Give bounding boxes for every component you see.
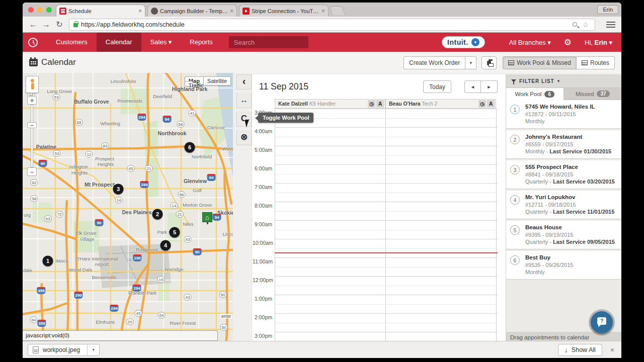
calendar-grid[interactable]: 3:00am4:00am5:00am6:00am7:00am8:00am9:00… (252, 109, 506, 341)
zoom-out-icon[interactable] (573, 22, 577, 27)
tab-missed[interactable]: Missed37 (564, 88, 622, 100)
window-minimize-button[interactable] (37, 7, 43, 13)
hour-row[interactable]: 9:00am (275, 220, 498, 239)
work-pool-item[interactable]: 3555 Prospect Place#8841 - 09/18/2015Qua… (506, 160, 621, 189)
zoom-slider-handle[interactable]: – (27, 122, 37, 128)
work-pool-item[interactable]: 4Mr. Yuri Lopukhov#12711 - 09/18/2015Qua… (506, 191, 621, 219)
item-frequency: Quarterly - Last Service 11/01/2015 (525, 209, 618, 215)
work-pool-item[interactable]: 2Johnny's Restaurant#6559 - 09/17/2015Mo… (506, 130, 621, 159)
work-pool-item[interactable]: 15745 We Howard, Niles IL#12872 - 09/11/… (506, 100, 621, 129)
work-pool-item[interactable]: 5Beaus House#9395 - 09/19/2015Quarterly … (506, 221, 621, 249)
show-all-downloads-button[interactable]: ↓ Show All (558, 344, 602, 356)
browser-tab[interactable]: Stripe Connection - YouTube× (239, 5, 329, 17)
hour-row[interactable]: 5:00am (275, 146, 498, 164)
clock-icon[interactable]: ◷ (368, 100, 375, 108)
previous-day-button[interactable]: ◄ (464, 80, 481, 93)
print-button[interactable] (481, 56, 497, 69)
tab-close-icon[interactable]: × (230, 8, 233, 15)
resize-columns-button[interactable]: ↔ (236, 93, 252, 108)
time-label: 2:00pm (253, 314, 272, 320)
refresh-icon[interactable]: ↻ (53, 20, 66, 29)
map-marker-1[interactable]: 1 (43, 256, 53, 266)
nav-item-reports[interactable]: Reports (181, 33, 222, 52)
road-shield: 294 (132, 285, 141, 292)
nav-item-sales[interactable]: Sales ▾ (141, 33, 181, 52)
browser-tab[interactable]: Campaign Builder - Template× (147, 5, 237, 17)
toggle-work-pool-button[interactable]: C (236, 112, 252, 127)
fieldwork-logo-icon[interactable] (28, 38, 38, 47)
hour-row[interactable]: 10:00am (275, 239, 498, 257)
help-chat-button[interactable]: ? (591, 311, 613, 333)
tab-close-icon[interactable]: × (138, 8, 142, 15)
nav-item-calendar[interactable]: Calendar (97, 33, 141, 52)
home-marker[interactable]: ⌂ (202, 212, 212, 222)
map-marker-5[interactable]: 5 (170, 227, 180, 238)
window-zoom-button[interactable] (46, 7, 52, 13)
gear-icon[interactable]: ⚙ (564, 37, 572, 48)
mouse-cursor (245, 119, 251, 128)
road-shield: 94 (163, 116, 172, 123)
pegman-control[interactable] (26, 76, 39, 93)
tab-close-icon[interactable]: × (321, 8, 325, 15)
browser-tab[interactable]: Schedule× (56, 5, 145, 17)
browser-menu-icon[interactable] (606, 22, 615, 28)
work-pool-missed-button[interactable]: Work Pool & Missed (503, 56, 577, 69)
zoom-out-button[interactable]: – (27, 167, 37, 176)
search-input[interactable] (229, 36, 308, 48)
bookmark-star-icon[interactable]: ☆ (582, 21, 589, 29)
url-bar[interactable]: https://app.fieldworkhq.com/schedule ☆ (69, 19, 595, 31)
hour-row[interactable]: 4:00am (275, 127, 498, 146)
hour-row[interactable]: 2:00pm (275, 313, 498, 332)
download-caret[interactable]: ▾ (87, 344, 99, 356)
routes-button[interactable]: Routes (577, 56, 615, 69)
map-attribution[interactable]: error (220, 314, 232, 319)
create-work-order-caret[interactable]: ▾ (465, 56, 476, 69)
hour-row[interactable]: 3:00pm (275, 332, 498, 341)
clock-icon[interactable]: ◷ (478, 100, 486, 108)
create-work-order-button[interactable]: Create Work Order (404, 56, 465, 69)
url-text[interactable]: https://app.fieldworkhq.com/schedule (81, 21, 573, 28)
hour-row[interactable]: 8:00am (275, 202, 498, 220)
back-icon[interactable]: ← (27, 20, 40, 29)
road-shield: 83 (102, 143, 109, 149)
collapse-panel-button[interactable]: ‹ (236, 74, 252, 89)
satellite-button[interactable]: Satellite (204, 76, 231, 85)
zoom-in-button[interactable]: + (27, 96, 37, 105)
map-label: Golf (193, 188, 201, 193)
map-marker-2[interactable]: 2 (152, 209, 163, 220)
branches-dropdown[interactable]: All Branches ▾ (509, 39, 551, 46)
map[interactable]: Long GroveLincolnshireHighland ParkDeerf… (23, 73, 233, 341)
download-shelf: workpool.jpeg ▾ ↓ Show All × (23, 341, 621, 358)
road-shield: 14 (171, 203, 178, 209)
hour-row[interactable]: 6:00am (275, 164, 498, 183)
shelf-close-icon[interactable]: × (610, 346, 614, 354)
hour-row[interactable]: 7:00am (275, 183, 498, 202)
window-close-button[interactable] (28, 7, 34, 13)
filter-list-header[interactable]: FILTER LIST ▾ (506, 74, 621, 88)
map-label: Heights (98, 161, 114, 167)
zoom-slider[interactable] (31, 105, 33, 167)
nav-item-customers[interactable]: Customers (47, 33, 97, 52)
download-item[interactable]: workpool.jpeg ▾ (28, 344, 100, 356)
availability-icon[interactable]: A (487, 100, 495, 108)
browser-profile-button[interactable]: Erin (597, 5, 618, 14)
user-menu[interactable]: Hi, Erin ▾ (585, 39, 612, 46)
traffic-button[interactable]: Traffic (185, 81, 193, 86)
hour-row[interactable]: 12:00pm (275, 276, 498, 295)
road-shield: 94 (213, 214, 221, 221)
hour-row[interactable]: 11:00am (275, 257, 498, 276)
map-marker-6[interactable]: 6 (185, 142, 195, 153)
next-day-button[interactable]: ► (481, 80, 498, 93)
clear-button[interactable]: ⊗ (236, 130, 252, 145)
new-tab-button[interactable] (329, 6, 345, 15)
map-marker-3[interactable]: 3 (113, 184, 124, 195)
map-marker-4[interactable]: 4 (160, 240, 171, 251)
tab-work-pool[interactable]: Work Pool6 (506, 88, 564, 100)
half-hour-line (275, 193, 498, 193)
forward-icon[interactable]: → (40, 20, 53, 29)
today-button[interactable]: Today (423, 80, 451, 93)
hour-row[interactable]: 1:00pm (275, 295, 498, 313)
work-pool-item[interactable]: 6Best Buy#9535 - 09/26/2015Monthly (506, 251, 621, 280)
availability-icon[interactable]: A (376, 100, 384, 108)
intuit-badge[interactable]: Intuit. ▾ (442, 36, 485, 48)
